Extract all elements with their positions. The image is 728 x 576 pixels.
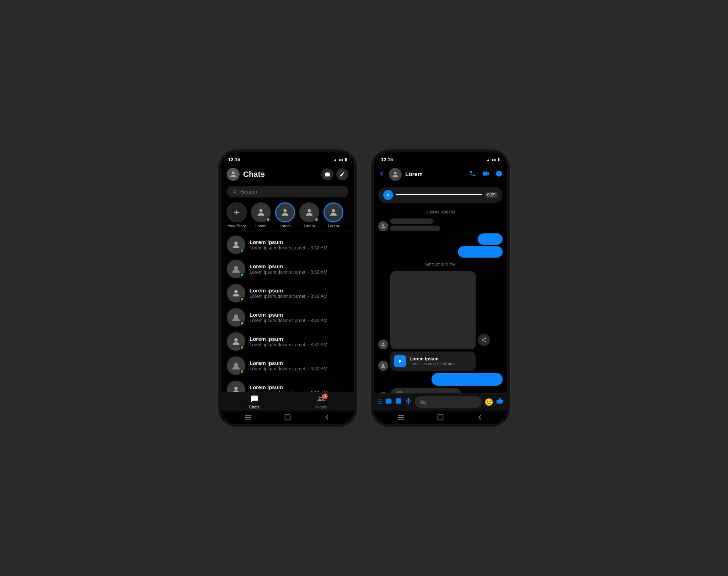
svg-point-1 <box>259 209 262 212</box>
audio-bubble-received[interactable]: 0:09 <box>390 388 461 393</box>
audio-progress-top[interactable] <box>396 194 482 195</box>
link-preview-row: Lorem ipsum Lorem ipsum dolor sit amet. <box>378 352 503 371</box>
phone-call-button[interactable] <box>469 170 476 179</box>
story-avatar-3[interactable] <box>299 202 319 222</box>
story-label-2: Lorem <box>279 224 290 228</box>
like-icon[interactable] <box>496 397 503 406</box>
link-preview[interactable]: Lorem ipsum Lorem ipsum dolor sit amet. <box>390 352 476 371</box>
chat-name-4: Lorem ipsum <box>250 336 348 342</box>
menu-icon <box>244 413 252 421</box>
svg-rect-12 <box>285 414 290 420</box>
apps-icon[interactable]: ⠿ <box>378 398 382 406</box>
right-phone: 12:15 ▲ ●● ▮ Lorem <box>371 149 510 427</box>
left-phone: 12:15 ▲ ●● ▮ Chats <box>218 149 357 427</box>
chat-item[interactable]: Lorem ipsum Lorem ipsum dolor sit amet. … <box>221 305 354 329</box>
chat-item[interactable]: Lorem ipsum Lorem ipsum dolor sit amet. … <box>221 257 354 281</box>
media-row <box>378 271 503 349</box>
svg-point-0 <box>232 171 235 174</box>
chat-online-1 <box>240 273 245 278</box>
nav-people[interactable]: 3 People <box>288 395 354 409</box>
chat-info-2: Lorem ipsum Lorem ipsum dolor sit amet. … <box>250 287 348 299</box>
msg-avatar-link <box>378 361 388 371</box>
svg-point-2 <box>283 209 287 212</box>
story-avatar-2[interactable] <box>275 202 295 222</box>
story-item-3[interactable]: Lorem <box>299 202 319 228</box>
story-item-2[interactable]: Lorem <box>275 202 295 228</box>
audio-time-top: 0:09 <box>485 192 498 198</box>
contact-name: Lorem <box>405 171 464 178</box>
chat-info-1: Lorem ipsum Lorem ipsum dolor sit amet. … <box>250 263 348 275</box>
camera-input-icon[interactable] <box>385 397 392 406</box>
menu-icon-right <box>397 413 405 421</box>
chat-online-0 <box>240 249 245 253</box>
chats-header: Chats <box>221 165 354 184</box>
link-title: Lorem ipsum <box>410 356 458 361</box>
svg-point-17 <box>382 364 384 365</box>
link-text: Lorem ipsum Lorem ipsum dolor sit amet. <box>410 356 458 366</box>
mic-icon[interactable] <box>405 397 412 406</box>
video-call-button[interactable] <box>482 170 490 179</box>
your-story-label: Your Story <box>228 224 246 228</box>
home-icon-right <box>437 413 444 421</box>
info-button[interactable] <box>496 170 503 179</box>
story-item-1[interactable]: Lorem <box>251 202 271 228</box>
chats-nav-label: Chats <box>249 405 259 409</box>
share-button[interactable] <box>478 334 490 346</box>
chat-avatar-2 <box>227 284 245 302</box>
chat-preview-2: Lorem ipsum dolor sit amet. · 8:32 AM <box>250 294 348 299</box>
edit-button[interactable] <box>336 168 348 180</box>
time-left: 12:15 <box>228 157 240 162</box>
msg-avatar <box>378 221 388 231</box>
add-story-avatar[interactable] <box>227 202 247 222</box>
date-divider-2: WED AT 3:21 PM <box>378 263 503 267</box>
status-icons-left: ▲ ●● ▮ <box>333 157 347 162</box>
user-avatar[interactable] <box>227 168 240 181</box>
chat-info-4: Lorem ipsum Lorem ipsum dolor sit amet. … <box>250 336 348 347</box>
svg-rect-22 <box>438 414 443 420</box>
contact-avatar <box>389 168 402 181</box>
story-label-3: Lorem <box>304 224 315 228</box>
nav-chats[interactable]: Chats <box>221 395 288 409</box>
svg-point-7 <box>234 290 237 293</box>
chat-avatar-0 <box>227 236 245 254</box>
link-icon <box>394 355 406 367</box>
chat-name-1: Lorem ipsum <box>250 263 348 269</box>
chat-item[interactable]: Lorem ipsum Lorem ipsum dolor sit amet. … <box>221 354 354 378</box>
chat-header: Lorem <box>374 165 507 184</box>
svg-point-20 <box>397 400 398 401</box>
chat-item[interactable]: Lorem ipsum Lorem ipsum dolor sit amet. … <box>221 233 354 257</box>
camera-button[interactable] <box>321 168 333 180</box>
emoji-icon[interactable]: 🙂 <box>485 398 493 406</box>
svg-point-13 <box>394 171 396 174</box>
back-button[interactable] <box>378 170 385 179</box>
link-subtitle: Lorem ipsum dolor sit amet. <box>410 361 458 366</box>
message-bubble <box>390 226 440 231</box>
story-avatar-4[interactable] <box>323 202 343 222</box>
photo-icon[interactable] <box>395 397 402 406</box>
chat-preview-3: Lorem ipsum dolor sit amet. · 8:32 AM <box>250 318 348 323</box>
story-item-4[interactable]: Lorem <box>323 202 343 228</box>
message-input[interactable]: Aa <box>415 396 482 408</box>
people-nav-icon: 3 <box>317 395 325 404</box>
chat-online-5 <box>240 370 245 374</box>
story-avatar-1[interactable] <box>251 202 271 222</box>
svg-point-11 <box>234 386 237 390</box>
back-icon-right <box>476 413 484 421</box>
chat-online-3 <box>240 321 245 326</box>
play-button-top[interactable] <box>383 190 393 200</box>
svg-point-3 <box>307 209 311 212</box>
message-row <box>378 218 503 231</box>
back-icon <box>323 413 331 421</box>
play-button-received[interactable] <box>395 391 404 393</box>
search-bar[interactable]: Search <box>227 186 348 197</box>
input-bar: ⠿ Aa 🙂 <box>374 393 507 411</box>
audio-player-top[interactable]: 0:09 <box>378 187 503 203</box>
message-bubble <box>390 218 433 224</box>
add-story-item[interactable]: Your Story <box>227 202 247 228</box>
chat-item[interactable]: Lorem ipsum Lorem ipsum dolor sit amet. … <box>221 378 354 392</box>
people-badge: 3 <box>322 393 328 399</box>
people-nav-label: People <box>315 405 327 409</box>
chat-avatar-6 <box>227 381 245 392</box>
chat-item[interactable]: Lorem ipsum Lorem ipsum dolor sit amet. … <box>221 281 354 305</box>
chat-item[interactable]: Lorem ipsum Lorem ipsum dolor sit amet. … <box>221 329 354 354</box>
